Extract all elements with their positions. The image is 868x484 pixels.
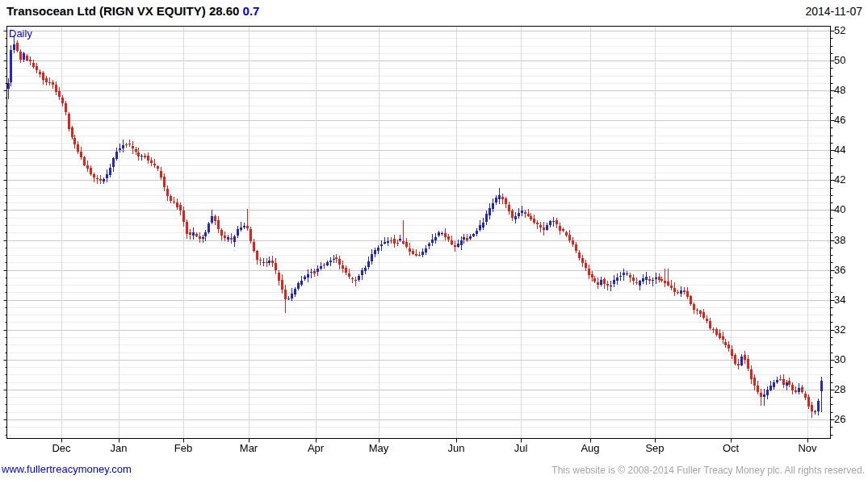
x-axis-month-label: Aug: [572, 442, 608, 454]
y-axis-tick-label: 38: [834, 235, 863, 246]
x-axis-month-label: Feb: [166, 442, 201, 454]
y-axis-tick-label: 32: [834, 324, 863, 336]
y-axis-tick-label: 46: [834, 115, 863, 126]
y-axis-tick-label: 42: [834, 174, 863, 186]
x-axis-month-label: Oct: [713, 442, 748, 454]
x-axis-month-label: Nov: [790, 442, 825, 454]
y-axis-tick-label: 52: [834, 25, 863, 36]
y-axis-tick-label: 48: [834, 85, 863, 96]
x-axis-month-label: Apr: [298, 442, 333, 454]
timeframe-label: Daily: [9, 27, 32, 40]
site-link[interactable]: www.fullertreacymoney.com: [2, 463, 132, 475]
y-axis-tick-label: 26: [834, 414, 863, 425]
x-axis-month-label: Jul: [503, 442, 539, 454]
x-axis-month-label: May: [361, 442, 396, 454]
y-axis-tick-label: 50: [834, 55, 863, 66]
x-axis-month-label: Jan: [101, 442, 136, 454]
x-axis-month-label: Jun: [438, 442, 474, 454]
chart-window: Transocean Ltd (RIGN VX EQUITY) 28.60 0.…: [0, 0, 868, 484]
x-axis-month-label: Dec: [44, 442, 79, 454]
y-axis-tick-label: 36: [834, 265, 863, 276]
y-axis-tick-label: 40: [834, 204, 863, 215]
copyright-text: This website is © 2008-2014 Fuller Treac…: [551, 465, 865, 476]
x-axis-month-label: Mar: [231, 442, 266, 454]
x-axis-month-label: Sep: [637, 442, 673, 454]
y-axis-tick-label: 28: [834, 384, 863, 395]
y-axis-tick-label: 34: [834, 294, 863, 306]
y-axis-tick-label: 44: [834, 144, 863, 156]
y-axis-tick-label: 30: [834, 354, 863, 365]
price-chart-canvas[interactable]: [0, 0, 868, 484]
